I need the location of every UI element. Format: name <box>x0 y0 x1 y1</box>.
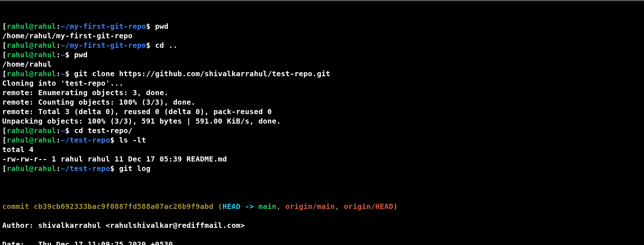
prompt-user: rahul <box>7 164 29 173</box>
output-line: Cloning into 'test-repo'... <box>2 78 642 88</box>
output-text: /home/rahul/my-first-git-repo <box>2 31 133 40</box>
command-text: cd .. <box>155 41 178 50</box>
output-line: /home/rahul <box>2 59 642 69</box>
prompt-user: rahul <box>7 69 29 78</box>
prompt-dollar: $ <box>146 41 150 50</box>
prompt-line: [rahul@rahul:~/my-first-git-repo$ pwd <box>2 22 642 31</box>
prompt-lbracket: [ <box>2 41 7 50</box>
prompt-path: ~/my-first-git-repo <box>60 22 146 31</box>
prompt-lbracket: [ <box>2 126 7 135</box>
prompt-path: ~ <box>60 69 65 78</box>
output-text: /home/rahul <box>2 60 52 69</box>
prompt-host: rahul <box>34 22 56 31</box>
prompt-host: rahul <box>34 136 56 144</box>
prompt-dollar: $ <box>65 69 70 78</box>
prompt-line: [rahul@rahul:~$ git clone https://github… <box>2 69 642 78</box>
gitlog-origin-main: origin/main <box>286 202 335 211</box>
output-text: -rw-rw-r-- 1 rahul rahul 11 Dec 17 05:39… <box>2 155 227 163</box>
output-line: total 4 <box>2 145 642 154</box>
gitlog-main: main <box>258 202 276 211</box>
output-line: /home/rahul/my-first-git-repo <box>2 31 642 40</box>
output-line: Unpacking objects: 100% (3/3), 591 bytes… <box>2 116 642 126</box>
prompt-line: [rahul@rahul:~$ pwd <box>2 50 642 59</box>
prompt-lbracket: [ <box>2 22 7 31</box>
prompt-path: ~ <box>60 126 65 135</box>
gitlog-date: Date: Thu Dec 17 11:09:25 2020 +0530 <box>2 240 642 245</box>
terminal-viewport[interactable]: [rahul@rahul:~/my-first-git-repo$ pwd/ho… <box>0 1 644 245</box>
output-text: Cloning into 'test-repo'... <box>2 79 123 88</box>
output-line: remote: Total 3 (delta 0), reused 0 (del… <box>2 107 642 116</box>
prompt-dollar: $ <box>65 50 70 59</box>
prompt-user: rahul <box>7 136 29 144</box>
prompt-path: ~ <box>60 50 65 59</box>
prompt-line: [rahul@rahul:~/test-repo$ ls -lt <box>2 135 642 145</box>
prompt-lbracket: [ <box>2 69 7 78</box>
command-text: git clone https://github.com/shivalkarra… <box>74 69 330 78</box>
prompt-path: ~/test-repo <box>60 136 110 144</box>
gitlog-lparen: ( <box>213 202 223 211</box>
gitlog-head: HEAD -> <box>223 202 254 211</box>
prompt-lbracket: [ <box>2 136 7 144</box>
prompt-lbracket: [ <box>2 50 7 59</box>
prompt-line: [rahul@rahul:~$ cd test-repo/ <box>2 126 642 135</box>
gitlog-hash: cb39cb692333bac9f0887fd588a07ac26b9f9abd <box>34 202 213 211</box>
prompt-host: rahul <box>34 164 56 173</box>
prompt-host: rahul <box>34 126 56 135</box>
command-text: ls -lt <box>119 136 146 144</box>
output-text: remote: Enumerating objects: 3, done. <box>2 88 169 97</box>
prompt-host: rahul <box>34 69 56 78</box>
prompt-user: rahul <box>7 22 29 31</box>
prompt-path: ~/my-first-git-repo <box>60 41 146 50</box>
prompt-dollar: $ <box>65 126 70 135</box>
gitlog-commit-word: commit <box>2 202 34 211</box>
output-text: remote: Counting objects: 100% (3/3), do… <box>2 98 196 106</box>
output-line: remote: Enumerating objects: 3, done. <box>2 88 642 97</box>
prompt-host: rahul <box>34 50 56 59</box>
output-text: remote: Total 3 (delta 0), reused 0 (del… <box>2 107 272 116</box>
output-text: Unpacking objects: 100% (3/3), 591 bytes… <box>2 117 281 125</box>
prompt-dollar: $ <box>110 136 114 144</box>
gitlog-commit-line: commit cb39cb692333bac9f0887fd588a07ac26… <box>2 202 642 211</box>
command-text: pwd <box>74 50 88 59</box>
prompt-user: rahul <box>7 41 29 50</box>
prompt-host: rahul <box>34 41 56 50</box>
prompt-dollar: $ <box>110 164 114 173</box>
prompt-user: rahul <box>7 126 29 135</box>
gitlog-author: Author: shivalkarrahul <rahulshivalkar@r… <box>2 221 642 230</box>
prompt-line: [rahul@rahul:~/my-first-git-repo$ cd .. <box>2 40 642 50</box>
command-text: pwd <box>155 22 169 31</box>
command-text: cd test-repo/ <box>74 126 133 135</box>
prompt-dollar: $ <box>146 22 150 31</box>
output-text: total 4 <box>2 145 34 154</box>
prompt-lbracket: [ <box>2 164 7 173</box>
gitlog-rparen: ) <box>393 202 398 211</box>
command-text: git log <box>119 164 150 173</box>
prompt-user: rahul <box>7 50 29 59</box>
output-line: remote: Counting objects: 100% (3/3), do… <box>2 97 642 107</box>
prompt-line: [rahul@rahul:~/test-repo$ git log <box>2 164 642 173</box>
output-line: -rw-rw-r-- 1 rahul rahul 11 Dec 17 05:39… <box>2 154 642 164</box>
prompt-path: ~/test-repo <box>60 164 110 173</box>
gitlog-origin-head: origin/HEAD <box>344 202 393 211</box>
